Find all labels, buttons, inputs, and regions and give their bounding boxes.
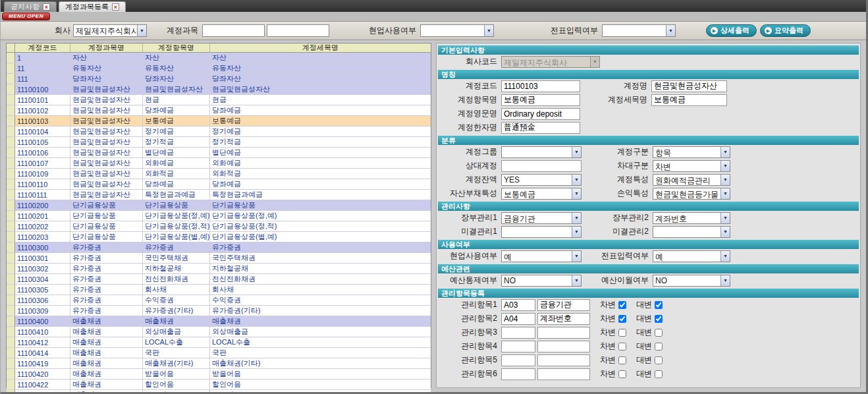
slip-entry-select[interactable]: 예 ▼ bbox=[653, 250, 730, 262]
account-label: 계정과목 bbox=[167, 25, 198, 36]
tab-notice[interactable]: 공지사항 × bbox=[4, 1, 57, 12]
detail-print-button[interactable]: ▶ 상세출력 bbox=[706, 24, 757, 37]
debit-checkbox[interactable] bbox=[618, 370, 626, 378]
credit-checkbox[interactable] bbox=[655, 329, 663, 337]
table-row[interactable]: 11100420매출채권받을어음받을어음 bbox=[7, 369, 431, 380]
mgmt-item-code-input[interactable] bbox=[501, 354, 535, 366]
cell-item: 외상매출금 bbox=[143, 327, 210, 337]
account-code-search-input[interactable] bbox=[202, 24, 265, 37]
credit-checkbox[interactable] bbox=[655, 343, 663, 351]
summary-print-label: 요약출력 bbox=[774, 26, 803, 36]
table-row[interactable]: 11100419매출채권매출채권(기타)매출채권(기타) bbox=[7, 358, 431, 369]
cell-code: 11100306 bbox=[15, 295, 70, 305]
close-icon[interactable]: × bbox=[43, 3, 50, 11]
table-row[interactable]: 11100306유가증권수익증권수익증권 bbox=[7, 295, 431, 306]
table-row[interactable]: 11100202단기금융상품단기금융상품(정,적)단기금융상품(정,적) bbox=[7, 221, 431, 232]
table-row[interactable]: 11100106현금및현금성자산별단예금별단예금 bbox=[7, 148, 431, 158]
debit-checkbox[interactable] bbox=[618, 329, 626, 337]
table-row[interactable]: 11100102현금및현금성자산당좌예금당좌예금 bbox=[7, 105, 431, 116]
debit-checkbox[interactable] bbox=[618, 356, 626, 364]
mgmt-item-name-input[interactable] bbox=[537, 354, 590, 366]
company-select[interactable]: 제일제지주식회사 ▼ bbox=[73, 24, 147, 37]
table-row[interactable]: 11100301유가증권국민주택채권국민주택채권 bbox=[7, 253, 431, 264]
account-name-search-input[interactable] bbox=[267, 24, 329, 37]
mgmt-item-name-input[interactable] bbox=[537, 368, 590, 380]
mgmt-item-name-input[interactable] bbox=[537, 299, 590, 311]
usage-filter-select[interactable]: ▼ bbox=[420, 24, 494, 37]
debit-checkbox[interactable] bbox=[618, 343, 626, 351]
table-row[interactable]: 111당좌자산당좌자산당좌자산 bbox=[7, 74, 431, 84]
pending2-select[interactable]: ▼ bbox=[653, 226, 730, 238]
table-row[interactable]: 1자산자산자산 bbox=[7, 53, 431, 63]
table-row[interactable]: 11100304유가증권전신전화채권전신전화채권 bbox=[7, 274, 431, 285]
table-row[interactable]: 11100300유가증권유가증권유가증권 bbox=[7, 242, 431, 253]
table-row[interactable]: 11100410매출채권외상매출금외상매출금 bbox=[7, 327, 431, 337]
table-row[interactable]: 11100101현금및현금성자산현금현금 bbox=[7, 95, 431, 105]
table-row[interactable]: 11100203단기금융상품단기금융상품(별,예)단기금융상품(별,예) bbox=[7, 232, 431, 242]
account-group-select[interactable]: ▼ bbox=[501, 146, 582, 158]
account-name-field[interactable] bbox=[651, 80, 727, 92]
table-row[interactable]: 11100104현금및현금성자산정기예금정기예금 bbox=[7, 127, 431, 137]
slip-filter-select[interactable]: ▼ bbox=[602, 24, 676, 37]
credit-checkbox[interactable] bbox=[655, 315, 663, 323]
mgmt-item-code-input[interactable] bbox=[501, 313, 535, 325]
table-row[interactable]: 11100201단기금융상품단기금융상품(정,예)단기금융상품(정,예) bbox=[7, 211, 431, 221]
hanja-name-field[interactable] bbox=[501, 122, 580, 134]
table-row[interactable]: 11100309유가증권유가증권(기타)유가증권(기타) bbox=[7, 306, 431, 316]
table-row[interactable]: 11100302유가증권지하철공채지하철공채 bbox=[7, 264, 431, 274]
credit-checkbox[interactable] bbox=[655, 301, 663, 309]
table-row[interactable]: 11100107현금및현금성자산외화예금외화예금 bbox=[7, 158, 431, 169]
mgmt-item-code-input[interactable] bbox=[501, 368, 535, 380]
field-usage-select[interactable]: 예 ▼ bbox=[501, 250, 582, 262]
budget-carryover-select[interactable]: NO ▼ bbox=[653, 275, 730, 287]
debit-checkbox[interactable] bbox=[618, 315, 626, 323]
credit-checkbox[interactable] bbox=[655, 356, 663, 364]
ledger2-select[interactable]: 계좌번호 ▼ bbox=[653, 212, 730, 224]
table-row-selected[interactable]: 11100103현금및현금성자산보통예금보통예금 bbox=[7, 116, 431, 127]
pending1-select[interactable]: ▼ bbox=[501, 226, 582, 238]
table-row[interactable]: 11100414매출채권국판국판 bbox=[7, 348, 431, 358]
dc-class-value: 차변 bbox=[653, 161, 720, 171]
detail-name-field[interactable] bbox=[651, 94, 727, 106]
counter-account-field[interactable] bbox=[501, 160, 582, 172]
table-row[interactable]: 11100110현금및현금성자산당좌예금당좌예금 bbox=[7, 179, 431, 190]
cell-detail: 별단예금 bbox=[210, 148, 431, 157]
mgmt-item-name-input[interactable] bbox=[537, 341, 590, 352]
item-name-field[interactable] bbox=[501, 94, 580, 106]
debit-checkbox[interactable] bbox=[618, 301, 626, 309]
table-row[interactable]: 11100430매출채권부도어음부도어음 bbox=[7, 390, 431, 394]
table-row[interactable]: 11100100현금및현금성자산현금및현금성자산현금및현금성자산 bbox=[7, 84, 431, 95]
cell-item: 유가증권(기타) bbox=[143, 306, 210, 316]
mgmt-item-code-input[interactable] bbox=[501, 327, 535, 339]
close-icon[interactable]: × bbox=[112, 3, 119, 11]
table-row[interactable]: 11100105현금및현금성자산정기적금정기적금 bbox=[7, 137, 431, 148]
asset-liability-char-select[interactable]: 보통예금 ▼ bbox=[501, 188, 582, 200]
mgmt-item-name-input[interactable] bbox=[537, 313, 590, 325]
cell-name: 현금및현금성자산 bbox=[70, 127, 143, 136]
mgmt-item-code-input[interactable] bbox=[501, 341, 535, 352]
row-selector bbox=[7, 53, 15, 63]
table-row[interactable]: 11100305유가증권회사채회사채 bbox=[7, 285, 431, 295]
budget-control-select[interactable]: NO ▼ bbox=[501, 275, 582, 287]
english-name-field[interactable] bbox=[501, 108, 580, 120]
account-balance-select[interactable]: YES ▼ bbox=[501, 174, 582, 186]
dc-class-select[interactable]: 차변 ▼ bbox=[653, 160, 730, 172]
mgmt-item-code-input[interactable] bbox=[501, 299, 535, 311]
summary-print-button[interactable]: ▶ 요약출력 bbox=[760, 24, 811, 37]
profit-loss-char-select[interactable]: 현금및현금등가물 ▼ bbox=[653, 188, 730, 200]
table-row[interactable]: 11100109현금및현금성자산외화적금외화적금 bbox=[7, 169, 431, 179]
credit-checkbox[interactable] bbox=[655, 370, 663, 378]
table-row[interactable]: 11100111현금및현금성자산특정현금과예금특정현금과예금 bbox=[7, 190, 431, 200]
ledger1-select[interactable]: 금융기관 ▼ bbox=[501, 212, 582, 224]
mgmt-item-name-input[interactable] bbox=[537, 327, 590, 339]
tab-account-registration[interactable]: 계정과목등록 × bbox=[59, 1, 126, 12]
table-row[interactable]: 11유동자산유동자산유동자산 bbox=[7, 63, 431, 74]
table-row[interactable]: 11100412매출채권LOCAL수출LOCAL수출 bbox=[7, 337, 431, 348]
account-class-select[interactable]: 항목 ▼ bbox=[653, 146, 730, 158]
table-row[interactable]: 11100200단기금융상품단기금융상품단기금융상품 bbox=[7, 200, 431, 211]
account-char-select[interactable]: 원화예적금관리 ▼ bbox=[653, 174, 730, 186]
menu-open-button[interactable]: MENU OPEN bbox=[2, 13, 50, 20]
table-row[interactable]: 11100400매출채권매출채권매출채권 bbox=[7, 316, 431, 327]
table-row[interactable]: 11100422매출채권할인어음할인어음 bbox=[7, 380, 431, 390]
account-code-field[interactable] bbox=[501, 80, 580, 92]
